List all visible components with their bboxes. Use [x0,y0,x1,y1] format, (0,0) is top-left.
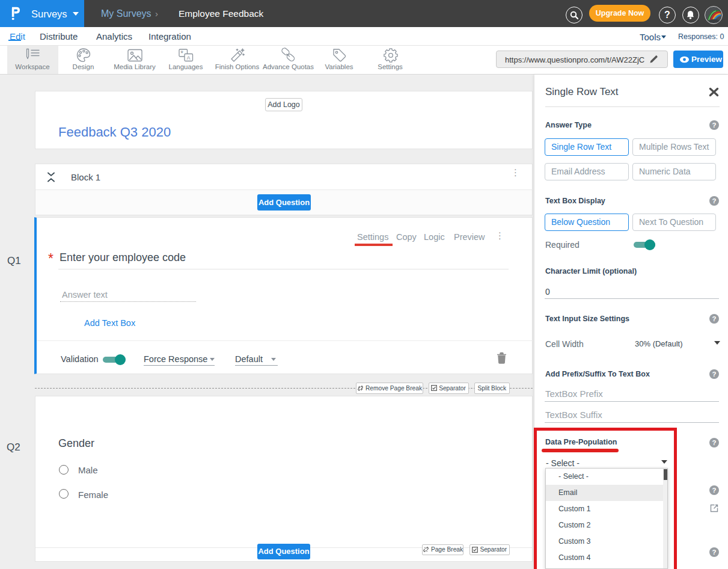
svg-text:*: * [180,49,183,58]
svg-text:A: A [187,55,191,61]
